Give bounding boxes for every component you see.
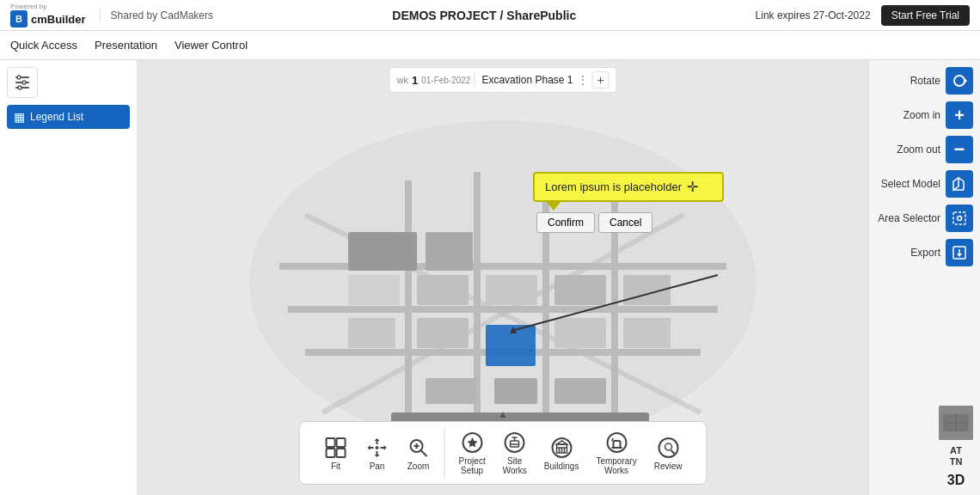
rotate-button[interactable] [946,67,973,95]
site-works-label: Site Works [503,456,527,475]
font-label: ATTN [950,445,963,468]
map-area[interactable]: wk 1 01-Feb-2022 Excavation Phase 1 ⋮ + … [138,60,868,495]
zoom-in-button[interactable]: + [946,101,973,129]
link-expiry: Link expires 27-Oct-2022 [756,9,871,21]
start-trial-button[interactable]: Start Free Trial [881,5,970,26]
svg-rect-16 [417,275,469,305]
temporary-works-button[interactable]: TemporaryWorks [589,427,643,479]
navbar: Quick Access Presentation Viewer Control [0,31,980,60]
select-model-row: Select Model [876,170,973,198]
buildings-icon [549,436,573,460]
area-selector-icon [952,211,967,226]
right-bottom: ATTN 3D [939,406,973,488]
svg-point-4 [22,81,26,84]
tooltip-box: Lorem ipsum is placeholder ✛ [533,172,724,202]
confirm-button[interactable]: Confirm [536,212,595,233]
svg-point-38 [376,446,379,449]
legend-icon: ▦ [14,110,25,124]
export-icon [952,245,967,260]
cancel-button[interactable]: Cancel [598,212,652,233]
select-model-label: Select Model [881,178,940,190]
map-thumbnail[interactable] [939,406,973,440]
svg-rect-32 [426,378,477,404]
cm-builder: B cmBuilder [10,10,86,28]
rotate-row: Rotate [876,67,973,95]
pan-button[interactable]: Pan [358,432,396,474]
pan-label: Pan [370,461,385,471]
settings-icon-button[interactable] [7,67,38,98]
svg-point-79 [958,217,962,221]
svg-rect-31 [494,378,537,404]
confirm-cancel-row: Confirm Cancel [536,212,652,233]
nav-viewer-control[interactable]: Viewer Control [175,34,248,57]
svg-point-71 [665,443,671,450]
rotate-icon [952,73,967,89]
toolbar-section-basic: Fit Pan Zoom [310,432,444,474]
header: Powered by B cmBuilder Shared by CadMake… [0,0,980,31]
svg-marker-63 [556,441,567,444]
logo-box: Powered by B cmBuilder [10,3,86,28]
wk-label: wk [396,75,407,85]
svg-rect-18 [417,318,469,348]
area-selector-button[interactable] [946,205,973,232]
zoom-out-button[interactable]: − [946,136,973,163]
tooltip-popup: Lorem ipsum is placeholder ✛ Confirm Can… [533,172,724,233]
site-works-icon [503,431,527,455]
app-name: cmBuilder [31,13,86,26]
shared-by: Shared by CadMakers [100,9,213,21]
review-icon [656,436,680,460]
buildings-button[interactable]: Buildings [537,432,586,474]
svg-rect-22 [348,318,395,348]
zoom-in-icon: + [954,106,965,125]
left-panel: ▦ Legend List [0,60,138,495]
phase-name: Excavation Phase 1 [481,74,573,86]
svg-marker-74 [953,178,959,190]
right-panel: Rotate Zoom in + Zoom out − Select Model [868,60,980,495]
add-phase-button[interactable]: + [592,71,609,89]
cm-logo-icon: B [10,10,28,28]
settings-icon [14,74,31,91]
review-button[interactable]: Review [647,432,689,474]
svg-line-75 [959,178,964,181]
move-cursor-icon: ✛ [687,179,698,195]
three-d-label[interactable]: 3D [947,473,965,488]
svg-point-52 [505,433,524,452]
toolbar-expand-icon[interactable]: ▲ [498,408,508,420]
phase-options-icon[interactable]: ⋮ [577,73,589,87]
select-model-icon [952,176,967,192]
fit-icon [324,436,348,460]
week-bar: wk 1 01-Feb-2022 Excavation Phase 1 ⋮ + [389,67,616,93]
bottom-toolbar: ▲ Fit Pan [299,421,707,485]
svg-rect-34 [327,438,335,447]
fit-button[interactable]: Fit [317,432,355,474]
zoom-out-icon: − [954,140,965,159]
nav-presentation[interactable]: Presentation [95,34,157,57]
svg-rect-36 [327,449,335,457]
svg-rect-33 [554,378,606,404]
svg-point-64 [607,433,626,452]
phase-box: Excavation Phase 1 ⋮ [474,73,588,87]
powered-by-text: Powered by [10,3,46,10]
zoom-out-row: Zoom out − [876,136,973,163]
legend-list-label: Legend List [30,111,83,123]
svg-rect-27 [486,325,536,366]
pan-icon [365,436,389,460]
site-works-button[interactable]: Site Works [496,427,534,479]
legend-list-button[interactable]: ▦ Legend List [7,105,130,129]
area-selector-label: Area Selector [878,212,940,224]
zoom-in-row: Zoom in + [876,101,973,129]
export-button[interactable] [946,239,973,266]
nav-quick-access[interactable]: Quick Access [10,34,77,57]
wk-date: 01-Feb-2022 [421,76,470,85]
project-setup-button[interactable]: ProjectSetup [452,427,493,479]
svg-point-5 [18,86,21,89]
zoom-in-label: Zoom in [903,109,940,121]
svg-marker-40 [375,438,380,441]
export-row: Export [876,239,973,266]
svg-rect-35 [337,438,346,447]
svg-rect-37 [337,449,346,457]
svg-marker-82 [957,254,962,257]
select-model-button[interactable] [946,170,973,198]
project-title: DEMOS PROJECT / SharePublic [213,9,756,22]
zoom-button[interactable]: Zoom [400,432,438,474]
